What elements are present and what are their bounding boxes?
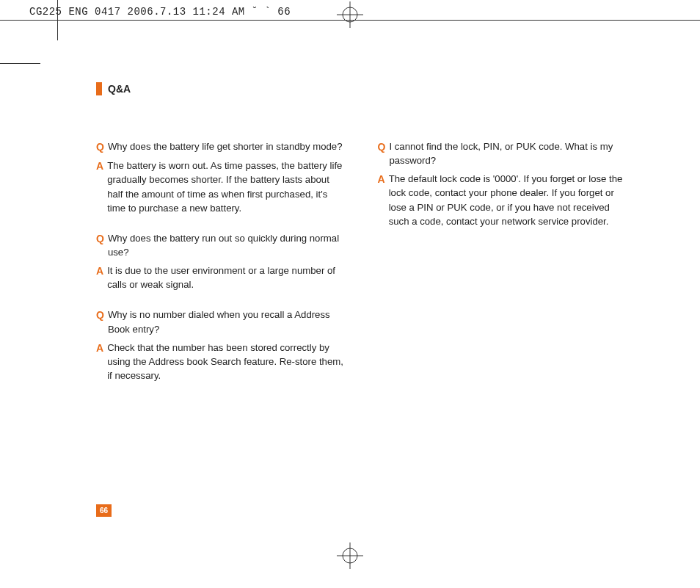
print-header-line: CG225 ENG 0417 2006.7.13 11:24 AM ˘ ` 66 [29, 6, 291, 18]
page-number-badge: 66 [96, 504, 112, 517]
question-text: Why does the battery life get shorter in… [108, 139, 343, 153]
answer-marker: A [378, 172, 385, 186]
question-marker: Q [96, 231, 104, 246]
answer-marker: A [96, 159, 103, 173]
qa-item: Q I cannot find the lock, PIN, or PUK co… [378, 139, 627, 228]
crop-mark-top-vertical [57, 0, 58, 40]
registration-mark-top-icon [335, 0, 365, 32]
question-text: Why does the battery run out so quickly … [108, 231, 346, 259]
section-title-text: Q&A [108, 83, 131, 95]
section-heading: Q&A [96, 82, 131, 95]
question-text: I cannot find the lock, PIN, or PUK code… [389, 139, 627, 167]
answer-marker: A [96, 264, 103, 278]
answer-text: The default lock code is '0000'. If you … [389, 172, 627, 228]
qa-item: Q Why does the battery life get shorter … [96, 139, 346, 215]
answer-marker: A [96, 341, 103, 355]
registration-mark-bottom-icon [335, 541, 365, 573]
qa-item: Q Why does the battery run out so quickl… [96, 231, 346, 292]
content-columns: Q Why does the battery life get shorter … [96, 139, 627, 399]
question-marker: Q [378, 139, 386, 154]
question-text: Why is no number dialed when you recall … [108, 308, 346, 335]
answer-text: Check that the number has been stored co… [107, 341, 345, 382]
answer-text: It is due to the user environment or a l… [107, 264, 345, 291]
question-marker: Q [96, 308, 104, 322]
section-accent-bar [96, 82, 102, 95]
answer-text: The battery is worn out. As time passes,… [107, 159, 345, 215]
right-column: Q I cannot find the lock, PIN, or PUK co… [378, 139, 627, 399]
left-column: Q Why does the battery life get shorter … [96, 139, 346, 399]
question-marker: Q [96, 139, 104, 154]
qa-item: Q Why is no number dialed when you recal… [96, 308, 346, 382]
crop-mark-left-horizontal [0, 63, 40, 64]
